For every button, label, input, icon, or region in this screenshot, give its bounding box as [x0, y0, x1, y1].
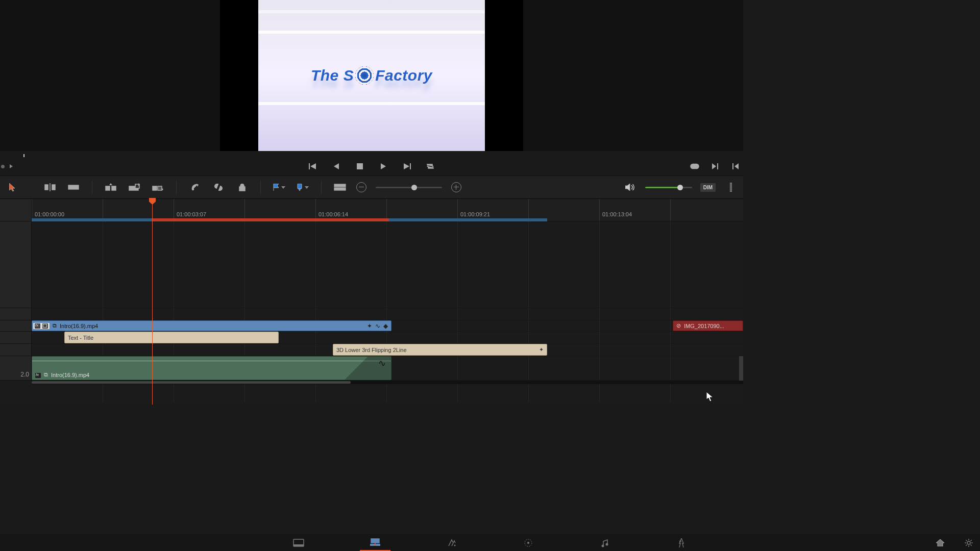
retime-icon [42, 323, 48, 329]
timeline-ruler[interactable]: 01:00:00:00 01:00:03:07 01:00:06:14 01:0… [0, 199, 743, 221]
clip-label: Intro(16.9).mp4 [60, 323, 364, 329]
go-start-button[interactable] [308, 163, 317, 170]
loop-button[interactable] [426, 163, 435, 170]
volume-slider[interactable] [645, 187, 692, 188]
spiral-icon [355, 66, 374, 85]
svg-rect-23 [106, 186, 110, 190]
clip-right-icons: ✦ ∿ ◆ [367, 322, 388, 330]
insert-button[interactable] [104, 180, 118, 194]
dim-button[interactable]: DIM [700, 183, 716, 192]
clip-audio-intro[interactable]: ⧉ Intro(16.9).mp4 ∿ [32, 356, 391, 380]
track-head-v3[interactable] [0, 221, 32, 308]
track-head-t1[interactable] [0, 332, 32, 344]
replace-button[interactable] [151, 180, 165, 194]
track-body-v2[interactable] [32, 308, 743, 320]
track-body-t2[interactable]: 3D Lower 3rd Flipping 2Line ✦ [32, 344, 743, 356]
hscroll-thumb[interactable] [32, 381, 351, 384]
dynamic-trim-icon[interactable] [188, 180, 202, 194]
chevron-down-icon[interactable] [281, 186, 285, 189]
svg-point-33 [192, 189, 194, 190]
track-body-t1[interactable]: Text - Title [32, 332, 743, 344]
clip-label: IMG_2017090... [684, 323, 724, 329]
record-dot-icon[interactable] [1, 165, 5, 168]
fx-icon [35, 373, 41, 378]
playhead[interactable] [152, 199, 153, 405]
svg-marker-14 [9, 183, 15, 191]
audio-gain-label: 2.0 [20, 371, 29, 378]
clip-red-img[interactable]: ⊘ IMG_2017090... [673, 320, 743, 331]
svg-marker-25 [109, 183, 112, 185]
zoom-slider[interactable] [376, 187, 442, 188]
lock-button[interactable] [235, 180, 249, 194]
marker-button[interactable] [296, 180, 310, 194]
svg-rect-3 [357, 163, 363, 169]
expand-icon[interactable] [10, 164, 13, 168]
prev-clip-button[interactable] [731, 163, 740, 170]
track-head-v2[interactable] [0, 308, 32, 320]
step-back-button[interactable] [332, 163, 341, 170]
timecode-label: 01:00:09:21 [460, 211, 490, 217]
svg-marker-1 [310, 163, 316, 169]
next-clip-button[interactable] [710, 163, 720, 170]
chevron-down-icon[interactable] [305, 186, 309, 189]
clip-lower-third[interactable]: 3D Lower 3rd Flipping 2Line ✦ [333, 344, 547, 356]
track-body-v3[interactable] [32, 221, 743, 308]
clip-video-intro[interactable]: ⧉ Intro(16.9).mp4 ✦ ∿ ◆ [32, 320, 391, 331]
clip-text-title[interactable]: Text - Title [64, 332, 279, 343]
compound-icon: ✦ [367, 322, 372, 330]
separator [260, 181, 261, 194]
fx-icon [35, 323, 40, 329]
stop-button[interactable] [355, 163, 364, 170]
zoom-out-button[interactable] [356, 182, 366, 192]
clip-label: Intro(16.9).mp4 [51, 372, 89, 378]
svg-rect-11 [717, 163, 718, 169]
timeline-tracks[interactable]: ⧉ Intro(16.9).mp4 ✦ ∿ ◆ ⊘ IMG_2017090...… [0, 221, 743, 403]
ruler-track[interactable]: 01:00:00:00 01:00:03:07 01:00:06:14 01:0… [32, 199, 743, 221]
curve-icon: ∿ [378, 358, 386, 369]
svg-rect-24 [112, 186, 116, 190]
mini-scrubber[interactable] [0, 151, 743, 157]
transport-bar [0, 157, 743, 176]
mute-button[interactable] [724, 180, 738, 194]
track-body-v1[interactable]: ⧉ Intro(16.9).mp4 ✦ ∿ ◆ ⊘ IMG_2017090... [32, 320, 743, 332]
transport-right [690, 163, 740, 170]
offline-icon: ⊘ [676, 322, 681, 329]
track-head-t2[interactable] [0, 344, 32, 356]
timeline-hscroll[interactable] [32, 381, 743, 384]
separator [321, 181, 322, 194]
blade-tool[interactable] [66, 180, 81, 194]
timeline-toolbar: DIM [0, 176, 743, 199]
play-button[interactable] [379, 163, 388, 170]
match-frame-button[interactable] [690, 163, 699, 170]
overwrite-button[interactable] [127, 180, 141, 194]
volume-handle[interactable] [677, 185, 683, 190]
transport-controls [308, 163, 435, 170]
svg-marker-13 [734, 163, 739, 169]
viewer-area: The SFactory [0, 0, 743, 151]
svg-rect-43 [730, 183, 732, 192]
curve-icon: ∿ [375, 322, 380, 330]
svg-rect-15 [45, 185, 48, 190]
link-button[interactable] [211, 180, 226, 194]
track-head-a1[interactable]: 2.0 [0, 356, 32, 381]
speaker-icon[interactable] [623, 180, 637, 194]
zoom-in-button[interactable] [451, 182, 461, 192]
keyframe-icon: ◆ [383, 322, 388, 330]
playhead-head-icon[interactable] [149, 198, 156, 205]
svg-marker-7 [432, 165, 434, 167]
svg-rect-35 [298, 184, 302, 189]
zoom-handle[interactable] [411, 185, 417, 190]
track-head-v1[interactable] [0, 320, 32, 332]
viewer-content: The SFactory [258, 0, 485, 151]
flag-button[interactable] [272, 180, 286, 194]
selection-tool[interactable] [5, 180, 19, 194]
go-end-button[interactable] [402, 163, 411, 170]
timeline-vscroll[interactable] [739, 356, 743, 381]
viewer-frame[interactable]: The SFactory [220, 0, 523, 151]
ruler-head [0, 199, 32, 221]
track-body-a1[interactable]: ⧉ Intro(16.9).mp4 ∿ [32, 356, 743, 381]
trim-tool[interactable] [43, 180, 57, 194]
timeline-view-button[interactable] [333, 180, 347, 194]
svg-marker-8 [427, 165, 428, 167]
timecode-label: 01:00:06:14 [318, 211, 348, 217]
